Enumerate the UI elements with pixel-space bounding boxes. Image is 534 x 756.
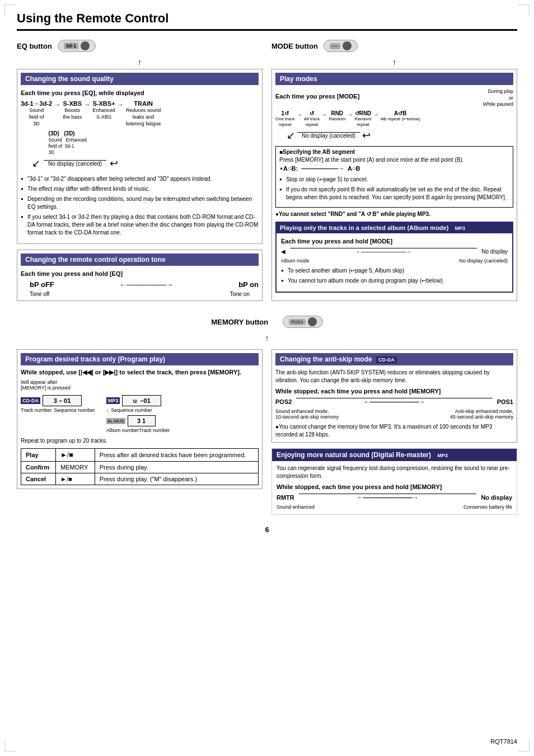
tone-header: Changing the remote control operation to… — [21, 253, 259, 266]
ab-header: ■Specifying the AB segment — [279, 149, 509, 155]
mp3-diagram: MP3 u –01 ↓ Sequence number — [106, 395, 170, 433]
ab-segment: ■Specifying the AB segment Press [MEMORY… — [275, 146, 513, 208]
tone-on: bP on — [238, 280, 259, 289]
album-section: Playing only the tracks in a selected al… — [275, 222, 513, 293]
eq-bullet-list: "3d-1" or "3d-2" disappears after being … — [21, 174, 259, 238]
mode-chain: 1↺ One trackrepeat → ↺ All trackrepeat →… — [275, 110, 513, 127]
eq-no-display-row: ↙ No display (canceled) ↩ — [32, 157, 259, 170]
track-num-label: Track number — [139, 428, 170, 433]
antiskip-desc: The anti-skip function (ANTI-SKIP SYSTEM… — [275, 369, 513, 384]
page-title: Using the Remote Control — [17, 11, 517, 31]
ab-bullets: Stop or skip (↩page 5) to cancel. If you… — [279, 175, 509, 203]
rmtr-labels: Sound enhanced Conserves battery life — [277, 504, 512, 510]
memory-button-image: POS1 — [283, 316, 322, 328]
will-appear: Will appear after[MEMORY] is pressed — [21, 379, 259, 391]
mode-btn-circle — [343, 41, 352, 50]
program-section: Program desired tracks only (Program pla… — [17, 349, 263, 489]
mode-subtitle: Each time you press [MODE] — [275, 93, 359, 100]
memory-button-label: MEMORY button — [211, 318, 268, 326]
digital-desc: You can regenerate signal frequency lost… — [277, 464, 512, 480]
pos1: POS1 — [497, 398, 513, 405]
antiskip-note: ●You cannot change the memory time for M… — [275, 423, 513, 439]
mode-no-display: No display (canceled) — [297, 132, 360, 139]
during-play-note: During play or While paused — [483, 88, 513, 108]
cdda-display: 3 – 01 — [43, 395, 82, 406]
mode-all-track: ↺ All trackrepeat — [304, 110, 320, 127]
pos2-label: Sound enhanced mode, 10-second anti-skip… — [275, 408, 339, 420]
cdda-track-label: Track number — [21, 407, 51, 413]
tone-off: bP oFF — [30, 280, 54, 289]
memory-button-row: MEMORY button POS1 — [17, 316, 517, 328]
album-bullets: To select another album (↩page 5, Album … — [281, 266, 508, 286]
rmtr: RMTR — [277, 494, 294, 501]
page-number: 6 — [17, 526, 517, 534]
mode-button-label: MODE button — [271, 42, 318, 50]
eq-btn-circle — [81, 41, 90, 50]
eq-button-label: EQ button — [17, 42, 52, 50]
mode-random: RND Random — [329, 110, 345, 121]
cdda-badge: CD-DA — [376, 356, 397, 363]
program-subtitle: While stopped, use [|◀◀] or [▶▶|] to sel… — [21, 369, 259, 376]
pos-row: POS2 ←————————→ POS1 — [275, 398, 513, 405]
cancel-button: ►/■ — [56, 473, 95, 485]
eq-chain-sxbs-plus: S-XBS+ EnhancedS-XBS — [92, 100, 115, 121]
table-row-confirm: Confirm MEMORY Press during play. — [21, 462, 259, 473]
rmtr-row: RMTR ←————————→ No display — [277, 494, 512, 501]
mode-btn-text: ── — [330, 43, 340, 49]
confirm-button: MEMORY — [56, 462, 95, 473]
eq-chain: 3d-1→3d-2 Soundfield of3D → S-XBS Boosts… — [21, 100, 259, 127]
album-mode-row: ◀ ←————————→ No display — [281, 248, 508, 255]
eq-btn-text: 3d-1 — [64, 43, 79, 49]
ab-bullet-1: Stop or skip (↩page 5) to cancel. — [279, 175, 509, 185]
cancel-action: Cancel — [21, 473, 56, 485]
album-num-label: Album number — [106, 428, 139, 433]
cdda-seq-label: Sequence number — [54, 407, 95, 413]
album-mode-left: Album mode — [281, 258, 310, 264]
album-bullet-1: To select another album (↩page 5, Album … — [281, 266, 508, 276]
eq-bullet-2: The effect may differ with different kin… — [21, 184, 259, 194]
eq-bullet-3: Depending on the recording conditions, s… — [21, 194, 259, 212]
no-display-label: Conserves battery life — [463, 504, 512, 510]
mode-random-repeat: ↺RND Randomrepeat — [354, 110, 371, 127]
tone-row: bP oFF ←——————→ bP on — [30, 280, 259, 289]
play-press: Press after all desired tracks have been… — [95, 449, 258, 462]
tone-subtitle: Each time you press and hold [EQ] — [21, 270, 259, 277]
memory-btn-text: POS1 — [289, 319, 305, 325]
antiskip-header: Changing the anti-skip mode CD-DA — [275, 353, 513, 365]
confirm-action: Confirm — [21, 462, 56, 473]
album-no-display: No display (canceled) — [459, 258, 508, 264]
album-display: 3 1 — [128, 415, 156, 426]
play-modes-header: Play modes — [275, 73, 513, 85]
mode-ab-repeat: A↺B AB repeat (↩below) — [381, 110, 420, 121]
pos2: POS2 — [275, 398, 292, 405]
album-header: Playing only the tracks in a selected al… — [277, 223, 512, 233]
ab-desc: Press [MEMORY] at the start point (A) an… — [279, 157, 509, 163]
mode-button-image: ── — [324, 40, 358, 52]
mode-arrow-down: ↑ — [271, 58, 517, 67]
eq-subtitle: Each time you press [EQ], while displaye… — [21, 90, 259, 96]
table-row-play: Play ►/■ Press after all desired tracks … — [21, 449, 259, 462]
mode-one-track: 1↺ One trackrepeat — [275, 110, 295, 127]
eq-chain-3d1-3d2: 3d-1→3d-2 Soundfield of3D — [21, 100, 52, 127]
pos1-label: Anti-skip enhanced mode, 45-second anti-… — [450, 408, 513, 420]
mode-no-display-row: ↙ No display (canceled) ↩ — [287, 129, 513, 142]
table-row-cancel: Cancel ►/■ Press during play. ("M" disap… — [21, 473, 259, 485]
album-bullet-2: You cannot turn album mode on during pro… — [281, 276, 508, 286]
mp3-display: u –01 — [122, 395, 161, 406]
program-table: Play ►/■ Press after all desired tracks … — [21, 448, 259, 485]
program-diagram: CD-DA 3 – 01 Track number Sequence numbe… — [21, 395, 259, 433]
digital-header: Enjoying more natural sound (Digital Re-… — [272, 449, 517, 461]
antiskip-section: Changing the anti-skip mode CD-DA The an… — [271, 349, 517, 443]
cannot-select: ●You cannot select "RND" and "A ↺ B" whi… — [275, 211, 513, 217]
repeat-note: Repeat to program up to 20 tracks. — [21, 438, 259, 444]
antiskip-sub: While stopped, each time you press and h… — [275, 388, 513, 395]
ab-chain: ⋆A○B: ——————→ A○B — [279, 165, 509, 172]
tone-on-label: Tone on — [229, 291, 250, 297]
eq-bullet-4: If you select 3d-1 or 3d-2 then try play… — [21, 212, 259, 238]
confirm-press: Press during play. — [95, 462, 258, 473]
play-button: ►/■ — [56, 449, 95, 462]
tone-off-label: Tone off — [30, 291, 49, 297]
digital-mp3-badge: MP3 — [435, 452, 450, 459]
cdda-diagram: CD-DA 3 – 01 Track number Sequence numbe… — [21, 395, 95, 413]
digital-sub: While stopped, each time you press and h… — [277, 483, 512, 490]
